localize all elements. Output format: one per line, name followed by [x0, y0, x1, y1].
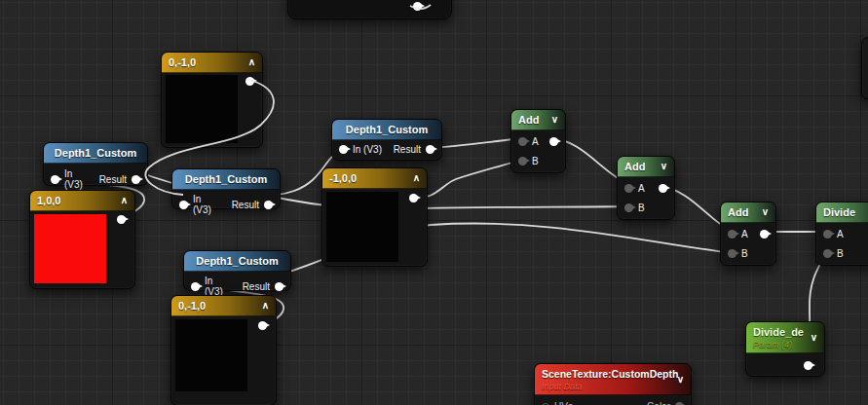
collapse-icon[interactable]: ∧ — [241, 53, 255, 72]
a-input-pin[interactable] — [624, 184, 633, 193]
node-depth1-custom-d[interactable]: Depth1_Custom In (V3) Result — [331, 119, 442, 161]
node-title-label: SceneTexture:CustomDepth — [542, 368, 684, 380]
node-title[interactable]: 1,0,0 ∧ — [30, 191, 134, 211]
node-divide-de-param[interactable]: Divide_de Param (4) ∨ — [745, 321, 825, 377]
node-title-label: 0,-1,0 — [169, 53, 196, 72]
material-graph-canvas[interactable]: 0,-1,0 ∧ Depth1_Custom In (V3) Result 1,… — [0, 0, 868, 405]
node-constant--1-0-0[interactable]: -1,0,0 ∧ — [321, 167, 428, 267]
a-pin-label: A — [638, 183, 645, 194]
output-pin-label: Result — [394, 144, 421, 155]
node-title[interactable]: 0,-1,0 ∧ — [162, 53, 262, 73]
input-pin-label: In (V3) — [64, 168, 90, 190]
output-pin-label: Result — [232, 200, 259, 210]
node-title-label: Depth1_Custom — [55, 143, 136, 163]
node-title-label: Depth1_Custom — [346, 120, 428, 139]
b-input-pin[interactable] — [624, 203, 633, 212]
wire[interactable] — [263, 195, 629, 209]
uvs-pin-label: UVs — [554, 401, 573, 405]
node-title[interactable]: Depth1_Custom — [184, 251, 290, 272]
preview-black — [326, 192, 398, 262]
in-v3-pin[interactable] — [51, 175, 59, 184]
node-add-1[interactable]: Add ∨ A B — [510, 109, 566, 173]
output-pin[interactable] — [117, 215, 126, 224]
b-input-pin[interactable] — [728, 249, 736, 258]
a-input-pin[interactable] — [823, 230, 832, 239]
node-title-label: Depth1_Custom — [196, 251, 278, 271]
node-depth1-custom-b[interactable]: Depth1_Custom In (V3) Result — [171, 168, 281, 209]
a-pin-label: A — [837, 229, 844, 239]
b-pin-label: B — [638, 202, 645, 213]
wire[interactable] — [413, 160, 522, 198]
expand-icon[interactable]: ∨ — [653, 157, 667, 176]
node-depth1-custom-c[interactable]: Depth1_Custom In (V3) Result — [183, 250, 291, 291]
node-title[interactable]: 0,-1,0 ∧ — [171, 296, 276, 316]
output-pin[interactable] — [549, 137, 558, 146]
input-pin-label: In (V3) — [193, 194, 222, 215]
node-depth1-custom-a[interactable]: Depth1_Custom In (V3) Result — [43, 142, 148, 186]
node-title[interactable]: Divide ∨ — [816, 202, 868, 223]
collapse-icon[interactable]: ∧ — [405, 168, 420, 188]
input-pin-label: In (V3) — [353, 144, 382, 155]
result-pin[interactable] — [132, 175, 140, 184]
b-input-pin[interactable] — [518, 157, 527, 166]
node-title-label: Depth1_Custom — [185, 169, 267, 189]
node-title-label: Add — [624, 157, 645, 176]
node-clipped-right[interactable] — [861, 37, 868, 99]
node-add-2[interactable]: Add ∨ A B — [617, 156, 675, 220]
node-title[interactable]: Divide_de Param (4) ∨ — [746, 322, 824, 353]
node-title-label: 0,-1,0 — [178, 296, 206, 315]
input-pin-label: In (V3) — [205, 276, 233, 297]
node-title-label: -1,0,0 — [329, 168, 357, 188]
expand-icon[interactable]: ∨ — [544, 110, 558, 129]
result-pin[interactable] — [426, 145, 434, 154]
preview-black — [166, 75, 238, 143]
expand-icon[interactable]: ∨ — [803, 332, 817, 343]
node-constant-0-1-0-bottom[interactable]: 0,-1,0 ∧ — [170, 295, 277, 405]
output-pin-label: Result — [99, 174, 127, 185]
in-v3-pin[interactable] — [191, 282, 200, 291]
b-input-pin[interactable] — [823, 249, 832, 258]
color-pin-label: Color — [647, 401, 670, 405]
result-pin[interactable] — [275, 282, 283, 291]
a-input-pin[interactable] — [518, 137, 527, 146]
collapse-icon[interactable]: ∧ — [254, 296, 269, 315]
node-title[interactable]: SceneTexture:CustomDepth Input Data ∨ — [535, 364, 691, 395]
output-pin[interactable] — [804, 361, 812, 370]
collapse-icon[interactable]: ∧ — [113, 191, 128, 210]
node-add-3[interactable]: Add ∨ A B — [720, 202, 776, 266]
node-title[interactable]: Add ∨ — [721, 202, 775, 223]
a-input-pin[interactable] — [728, 230, 736, 239]
output-pin-label: Result — [243, 281, 270, 292]
expand-icon[interactable]: ∨ — [669, 374, 684, 385]
in-v3-pin[interactable] — [179, 201, 188, 209]
node-title-label: Add — [518, 110, 539, 129]
node-title[interactable]: Add ∨ — [511, 110, 565, 130]
node-divide[interactable]: Divide ∨ A B — [815, 202, 868, 266]
node-scene-texture-custom-depth[interactable]: SceneTexture:CustomDepth Input Data ∨ UV… — [534, 363, 692, 405]
node-subtitle-label: Param (4) — [753, 340, 792, 350]
node-title[interactable]: Add ∨ — [618, 157, 674, 177]
node-constant-1-0-0[interactable]: 1,0,0 ∧ — [29, 190, 135, 289]
node-title-label: Divide — [823, 202, 855, 222]
b-pin-label: B — [532, 156, 539, 166]
output-pin[interactable] — [659, 184, 667, 193]
a-pin-label: A — [532, 136, 539, 147]
node-title[interactable]: -1,0,0 ∧ — [322, 168, 427, 189]
b-pin-label: B — [837, 248, 844, 259]
preview-red — [34, 214, 106, 283]
node-clipped-top[interactable] — [287, 0, 452, 19]
node-title[interactable]: Depth1_Custom — [44, 143, 147, 164]
node-title-label: Add — [728, 202, 748, 222]
output-pin[interactable] — [760, 230, 769, 239]
node-title[interactable]: Depth1_Custom — [172, 169, 280, 190]
expand-icon[interactable]: ∨ — [754, 202, 769, 222]
preview-black — [175, 319, 247, 391]
in-v3-pin[interactable] — [339, 145, 348, 154]
output-pin[interactable] — [258, 321, 267, 330]
a-pin-label: A — [741, 229, 748, 239]
output-pin[interactable] — [409, 194, 418, 202]
node-title-label: 1,0,0 — [37, 191, 60, 210]
b-pin-label: B — [741, 248, 748, 259]
node-title[interactable]: Depth1_Custom — [332, 120, 441, 140]
result-pin[interactable] — [264, 201, 273, 209]
